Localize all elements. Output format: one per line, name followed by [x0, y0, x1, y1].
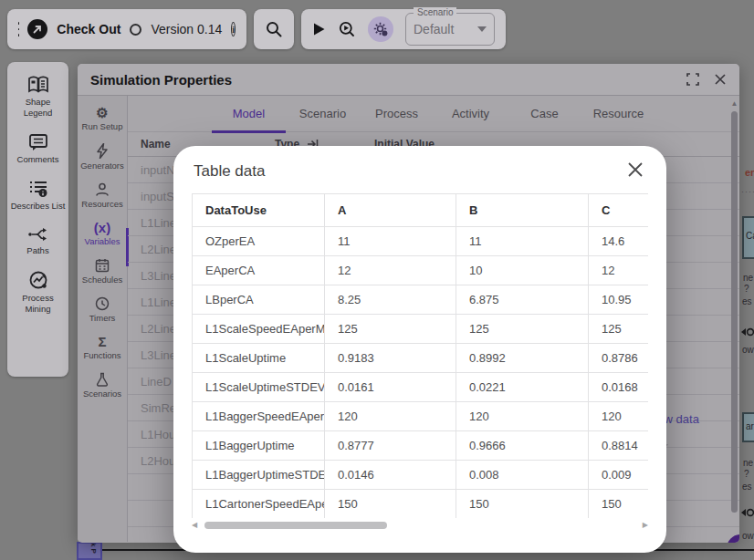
table-row[interactable]: LBperCA8.256.87510.95 — [193, 285, 649, 315]
table-cell[interactable]: 10 — [456, 256, 589, 285]
table-cell[interactable]: 14.6 — [589, 227, 649, 256]
flowchart-node: Car — [742, 216, 754, 259]
nav-item-schedules[interactable]: Schedules — [82, 258, 122, 285]
table-cell[interactable]: 125 — [589, 315, 649, 344]
table-cell[interactable]: 0.0146 — [325, 461, 456, 490]
check-out-icon[interactable] — [27, 19, 47, 39]
table-row[interactable]: L1ScaleUptimeSTDEV0.01610.02210.0168 — [193, 373, 649, 402]
table-cell[interactable]: 150 — [589, 490, 649, 519]
table-cell[interactable]: 12 — [325, 256, 456, 285]
run-preview-icon[interactable] — [338, 20, 356, 38]
play-icon[interactable] — [312, 22, 326, 36]
close-icon[interactable] — [714, 73, 727, 86]
scrollbar-thumb[interactable] — [204, 522, 387, 529]
table-cell[interactable]: 150 — [456, 490, 589, 519]
table-cell[interactable]: 11 — [456, 227, 589, 256]
sidebar-item-process-mining[interactable]: Process Mining — [11, 270, 66, 315]
table-cell[interactable]: 0.8814 — [589, 431, 649, 461]
nav-item-timers[interactable]: Timers — [89, 296, 116, 323]
lightning-icon — [96, 143, 109, 159]
toolbar-main-card: Check Out Version 0.14 i — [7, 9, 246, 49]
nav-item-functions[interactable]: Σ Functions — [83, 335, 120, 360]
table-cell[interactable]: L1ScaleUptimeSTDEV — [193, 373, 325, 402]
table-cell[interactable]: 10.95 — [589, 285, 649, 315]
table-cell[interactable]: 6.875 — [456, 285, 589, 315]
table-row[interactable]: L1BaggerSpeedEAper...120120120 — [193, 402, 649, 431]
table-cell[interactable]: 0.0161 — [325, 373, 456, 402]
table-row[interactable]: L1ScaleUptime0.91830.89920.8786 — [193, 344, 649, 373]
close-icon[interactable] — [626, 161, 644, 179]
table-cell[interactable]: 0.9666 — [456, 431, 589, 461]
table-cell[interactable]: 0.8992 — [456, 344, 589, 373]
tab-model[interactable]: Model — [212, 96, 286, 131]
table-cell[interactable]: 0.008 — [456, 461, 589, 490]
toolbar-search-card[interactable] — [254, 9, 294, 49]
canvas-text-fragment: ? — [744, 469, 749, 479]
table-cell[interactable]: L1BaggerSpeedEAper... — [193, 402, 325, 431]
tab-process[interactable]: Process — [360, 96, 434, 131]
table-cell[interactable]: 120 — [456, 402, 589, 431]
table-cell[interactable]: 0.8777 — [325, 431, 456, 461]
table-cell[interactable]: 150 — [325, 490, 456, 519]
table-cell[interactable]: L1CartonerSpeedEApe... — [193, 490, 325, 519]
tab-resource[interactable]: Resource — [581, 96, 655, 131]
table-row[interactable]: L1CartonerSpeedEApe...150150150 — [193, 490, 649, 519]
table-row[interactable]: OZperEA111114.6 — [193, 227, 649, 256]
table-cell[interactable]: OZperEA — [193, 227, 325, 256]
sidebar-item-comments[interactable]: Comments — [11, 133, 66, 165]
table-cell[interactable]: L1ScaleSpeedEAperMin — [193, 315, 325, 344]
scenario-select[interactable]: Scenario Default — [405, 13, 495, 46]
table-cell[interactable]: 0.0221 — [456, 373, 589, 402]
tab-case[interactable]: Case — [508, 96, 581, 131]
run-settings-button[interactable] — [368, 16, 393, 42]
gear-badge-icon — [372, 21, 389, 37]
scroll-right-icon[interactable]: ▶ — [639, 521, 648, 530]
canvas-text-fragment: ? — [744, 284, 749, 294]
table-row[interactable]: L1BaggerUptimeSTDEV0.01460.0080.009 — [193, 461, 649, 490]
table-cell[interactable]: 125 — [456, 315, 589, 344]
scroll-left-icon[interactable]: ◀ — [192, 521, 201, 530]
search-icon[interactable] — [265, 20, 283, 38]
dialog-vertical-scrollbar[interactable]: ▲ — [730, 100, 738, 529]
check-out-button[interactable]: Check Out — [57, 22, 120, 36]
table-cell[interactable]: 0.0168 — [589, 373, 649, 402]
left-sidebar: Shape Legend Comments Describes List — [7, 62, 68, 377]
table-cell[interactable]: 120 — [589, 402, 649, 431]
expand-icon[interactable] — [686, 73, 699, 86]
table-cell[interactable]: 120 — [325, 402, 456, 431]
table-row[interactable]: L1ScaleSpeedEAperMin125125125 — [193, 315, 649, 344]
table-cell[interactable]: L1BaggerUptimeSTDEV — [193, 461, 325, 490]
table-cell[interactable]: 11 — [325, 227, 456, 256]
nav-item-scenarios[interactable]: Scenarios — [83, 372, 121, 399]
scenario-label: Scenario — [414, 7, 456, 17]
calendar-icon — [95, 258, 110, 273]
table-cell[interactable]: 125 — [325, 315, 456, 344]
horizontal-scrollbar[interactable]: ◀ ▶ — [192, 521, 648, 530]
nav-item-generators[interactable]: Generators — [80, 143, 124, 171]
table-cell[interactable]: L1ScaleUptime — [193, 344, 325, 373]
sidebar-item-describes-list[interactable]: Describes List — [11, 180, 66, 212]
canvas-text-fragment: ow — [742, 531, 754, 541]
nav-item-run-setup[interactable]: ⚙ Run Setup — [82, 106, 123, 131]
scroll-up-icon[interactable]: ▲ — [730, 100, 738, 108]
tab-activity[interactable]: Activity — [434, 96, 508, 131]
table-row[interactable]: L1BaggerUptime0.87770.96660.8814 — [193, 431, 649, 461]
table-cell[interactable]: L1BaggerUptime — [193, 431, 325, 461]
tab-scenario[interactable]: Scenario — [286, 96, 360, 131]
table-cell[interactable]: 0.009 — [589, 461, 649, 490]
canvas-dots-fragment: ···· — [741, 187, 754, 196]
sidebar-item-paths[interactable]: Paths — [11, 226, 66, 256]
table-row[interactable]: EAperCA121012 — [193, 256, 649, 285]
table-cell[interactable]: 0.8786 — [589, 344, 649, 373]
table-cell[interactable]: 0.9183 — [325, 344, 456, 373]
scrollbar-thumb[interactable] — [731, 111, 738, 513]
table-cell[interactable]: EAperCA — [193, 256, 325, 285]
table-cell[interactable]: LBperCA — [193, 285, 325, 315]
table-cell[interactable]: 12 — [589, 256, 649, 285]
sidebar-item-shape-legend[interactable]: Shape Legend — [11, 76, 66, 119]
nav-item-resources[interactable]: Resources — [81, 182, 122, 209]
nav-item-variables[interactable]: (x) Variables — [85, 221, 120, 246]
table-cell[interactable]: 8.25 — [325, 285, 456, 315]
info-icon[interactable]: i — [231, 22, 236, 36]
scrollbar-track[interactable] — [201, 522, 639, 529]
